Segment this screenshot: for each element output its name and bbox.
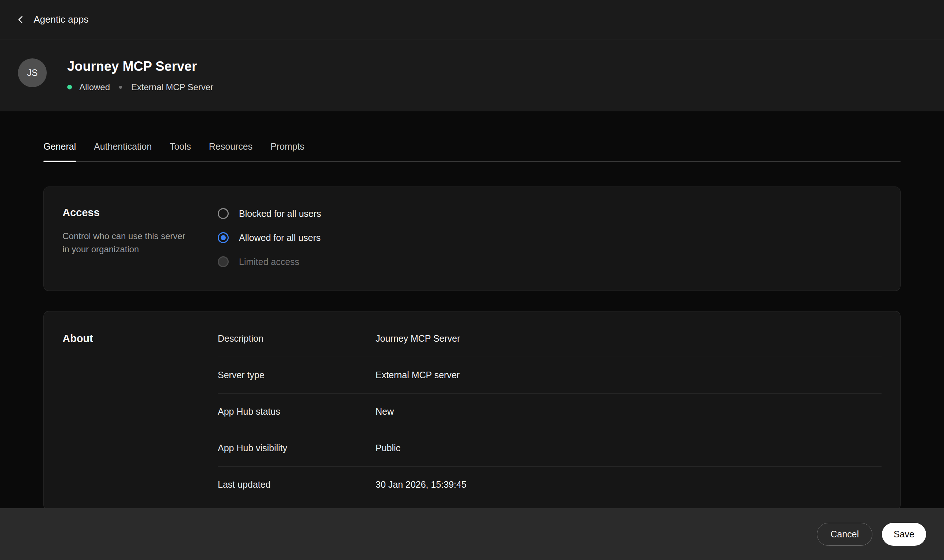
chevron-left-icon: [16, 15, 26, 25]
radio-label: Blocked for all users: [239, 208, 321, 219]
row-value: Journey MCP Server: [376, 333, 460, 344]
row-label: App Hub visibility: [218, 443, 376, 454]
radio-checked-icon: [218, 232, 229, 243]
access-card-title: Access: [62, 207, 218, 218]
tab-prompts[interactable]: Prompts: [270, 141, 304, 162]
avatar: JS: [18, 58, 47, 87]
cancel-button[interactable]: Cancel: [817, 523, 872, 546]
save-button[interactable]: Save: [882, 523, 926, 546]
tab-general[interactable]: General: [43, 141, 76, 162]
table-row: App Hub visibility Public: [218, 430, 882, 466]
about-card: About Description Journey MCP Server Ser…: [43, 311, 901, 508]
radio-unchecked-icon: [218, 208, 229, 219]
row-label: App Hub status: [218, 406, 376, 417]
status-dot-icon: [67, 85, 72, 89]
access-radio-group: Blocked for all users Allowed for all us…: [218, 207, 321, 267]
tab-tools[interactable]: Tools: [170, 141, 191, 162]
tab-resources[interactable]: Resources: [209, 141, 253, 162]
tab-authentication[interactable]: Authentication: [94, 141, 152, 162]
radio-label: Limited access: [239, 257, 299, 267]
row-label: Server type: [218, 370, 376, 380]
table-row: App Hub status New: [218, 394, 882, 430]
table-row: Last updated 30 Jan 2026, 15:39:45: [218, 466, 882, 503]
page-header: JS Journey MCP Server Allowed External M…: [0, 39, 944, 111]
row-value: External MCP server: [376, 370, 460, 380]
back-button[interactable]: Agentic apps: [16, 14, 88, 25]
access-card: Access Control who can use this server i…: [43, 186, 901, 291]
row-value: New: [376, 406, 394, 417]
page-title: Journey MCP Server: [67, 59, 213, 74]
footer-action-bar: Cancel Save: [0, 508, 944, 560]
radio-blocked-for-all-users[interactable]: Blocked for all users: [218, 208, 321, 219]
about-table: Description Journey MCP Server Server ty…: [218, 332, 882, 503]
row-value: Public: [376, 443, 400, 454]
access-card-description: Control who can use this server in your …: [62, 229, 194, 256]
tab-bar: General Authentication Tools Resources P…: [43, 141, 901, 162]
row-value: 30 Jan 2026, 15:39:45: [376, 479, 466, 490]
about-card-title: About: [62, 332, 218, 345]
back-label: Agentic apps: [34, 14, 88, 25]
server-type-label: External MCP Server: [131, 82, 213, 92]
main-content: General Authentication Tools Resources P…: [0, 111, 944, 508]
radio-allowed-for-all-users[interactable]: Allowed for all users: [218, 232, 321, 243]
status-badge: Allowed: [79, 82, 110, 92]
radio-label: Allowed for all users: [239, 232, 321, 243]
radio-limited-access: Limited access: [218, 256, 321, 267]
row-label: Description: [218, 333, 376, 344]
row-label: Last updated: [218, 479, 376, 490]
table-row: Server type External MCP server: [218, 357, 882, 394]
separator-dot-icon: [119, 86, 122, 89]
radio-disabled-icon: [218, 256, 229, 267]
table-row: Description Journey MCP Server: [218, 332, 882, 357]
top-bar: Agentic apps: [0, 0, 944, 39]
